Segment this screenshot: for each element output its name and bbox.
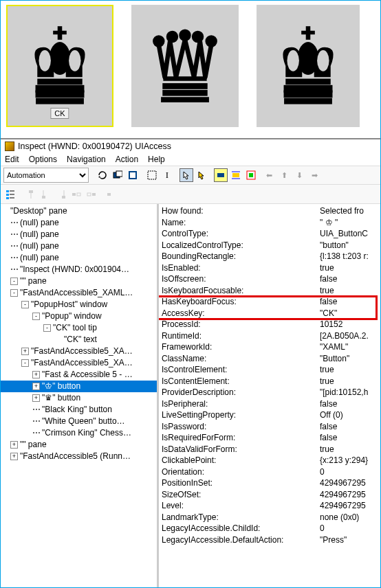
property-value: none (0x0) xyxy=(320,512,378,523)
tree-node[interactable]: "CK" text xyxy=(64,334,97,346)
firstchild-button[interactable] xyxy=(39,188,53,201)
expand-icon[interactable]: + xyxy=(21,348,29,355)
tree-node[interactable]: "Fast & Accessible 5 - … xyxy=(42,369,133,381)
property-row[interactable]: Orientation:0 xyxy=(162,466,378,478)
property-row[interactable]: ClassName:"Button" xyxy=(162,353,378,365)
expand-icon[interactable]: - xyxy=(43,324,51,332)
tree-node[interactable]: "FastAndAccessible5_XAML… xyxy=(20,287,133,299)
expand-icon[interactable]: - xyxy=(32,313,40,320)
property-row[interactable]: IsKeyboardFocusable:true xyxy=(162,285,378,297)
tree-node[interactable]: "Crimson King" Chess… xyxy=(42,427,131,439)
property-row[interactable]: AccessKey:"CK" xyxy=(162,308,378,319)
tree-button[interactable] xyxy=(3,188,17,201)
property-row[interactable]: HasKeyboardFocus:false xyxy=(162,296,378,308)
nav-up-button[interactable]: ⬆ xyxy=(277,168,291,182)
property-row[interactable]: LegacyIAccessible.ChildId:0 xyxy=(162,523,378,534)
expand-icon[interactable]: + xyxy=(32,383,40,390)
property-row[interactable]: IsPeripheral:false xyxy=(162,398,378,410)
queen-tile[interactable] xyxy=(131,5,239,127)
property-row[interactable]: ProviderDescription:"[pid:10152,h xyxy=(162,387,378,398)
tree-node[interactable]: "PopupHost" window xyxy=(31,299,107,310)
tree-node[interactable]: "CK" tool tip xyxy=(53,322,97,334)
highlight-button[interactable] xyxy=(214,168,228,182)
expand-icon[interactable]: - xyxy=(21,301,29,308)
nav-left-button[interactable]: ⬅ xyxy=(262,168,276,182)
property-row[interactable]: IsControlElement:true xyxy=(162,364,378,376)
tree-node[interactable]: "Inspect (HWND: 0x001904… xyxy=(20,264,129,275)
menu-edit[interactable]: Edit xyxy=(5,155,19,164)
property-row[interactable]: IsDataValidForForm:true xyxy=(162,444,378,455)
automation-combo[interactable]: Automation xyxy=(3,168,89,183)
tree-node[interactable]: "Popup" window xyxy=(42,310,102,322)
tree-node[interactable]: "Desktop" pane xyxy=(10,205,67,217)
king-tile[interactable]: CK xyxy=(6,5,113,127)
menu-navigation[interactable]: Navigation xyxy=(67,155,106,164)
property-row[interactable]: ProcessId:10152 xyxy=(162,319,378,330)
capture-button[interactable] xyxy=(244,168,258,182)
king2-tile[interactable] xyxy=(257,5,360,127)
property-row[interactable]: LegacyIAccessible.DefaultAction:"Press" xyxy=(162,534,378,546)
tool-button-2[interactable] xyxy=(111,168,124,182)
tree-node[interactable]: "" pane xyxy=(20,439,47,451)
select-button[interactable] xyxy=(145,168,159,182)
tree-view[interactable]: "Desktop" pane ⋯(null) pane ⋯(null) pane… xyxy=(1,204,159,588)
property-row[interactable]: IsContentElement:true xyxy=(162,376,378,387)
property-row[interactable]: ClickablePoint:{x:213 y:294} xyxy=(162,455,378,466)
tree-node[interactable]: (null) pane xyxy=(20,240,59,252)
tree-node[interactable]: (null) pane xyxy=(20,252,59,264)
expand-icon[interactable]: - xyxy=(21,359,29,367)
expand-icon[interactable]: + xyxy=(10,453,18,460)
nav-right-button[interactable]: ➡ xyxy=(307,168,321,182)
cursor-button[interactable] xyxy=(179,168,193,182)
highlight2-button[interactable] xyxy=(229,168,243,182)
tree-node[interactable]: "FastAndAccessible5 (Runn… xyxy=(20,451,131,462)
expand-icon[interactable]: + xyxy=(32,371,40,378)
text-cursor-button[interactable]: I xyxy=(160,168,174,182)
nav-down-button[interactable]: ⬇ xyxy=(292,168,306,182)
tree-node[interactable]: "White Queen" butto… xyxy=(42,416,125,427)
property-row[interactable]: LiveSettingProperty:Off (0) xyxy=(162,409,378,421)
property-row[interactable]: FrameworkId:"XAML" xyxy=(162,341,378,353)
tree-node[interactable]: "" pane xyxy=(20,275,47,287)
tool-button-3[interactable] xyxy=(126,168,140,182)
property-row[interactable]: RuntimeId:[2A.B050A.2. xyxy=(162,330,378,342)
property-row[interactable]: Name:" ♔ " xyxy=(162,217,378,229)
lastchild-button[interactable] xyxy=(54,188,68,201)
tree-node[interactable]: (null) pane xyxy=(20,217,59,229)
tree-node[interactable]: "FastAndAccessible5_XA… xyxy=(31,357,133,369)
tree-node[interactable]: "Black King" button xyxy=(42,404,112,416)
property-row[interactable]: IsOffscreen:false xyxy=(162,273,378,285)
property-value: true xyxy=(320,444,378,455)
properties-view[interactable]: How found:Selected froName:" ♔ "ControlT… xyxy=(159,204,380,588)
property-row[interactable]: IsEnabled:true xyxy=(162,262,378,274)
tree-node[interactable]: "FastAndAccessible5_XA… xyxy=(31,346,133,357)
property-row[interactable]: LocalizedControlType:"button" xyxy=(162,240,378,251)
tree-node[interactable]: (null) pane xyxy=(20,229,59,240)
expand-icon[interactable]: - xyxy=(10,278,18,285)
property-row[interactable]: IsRequiredForForm:false xyxy=(162,432,378,444)
watch-cursor-button[interactable] xyxy=(195,168,208,182)
property-row[interactable]: PositionInSet:4294967295 xyxy=(162,477,378,489)
refresh-button[interactable] xyxy=(96,168,109,182)
nextsib-button[interactable] xyxy=(85,188,98,201)
property-row[interactable]: How found:Selected fro xyxy=(162,205,378,217)
menu-help[interactable]: Help xyxy=(148,155,165,164)
property-row[interactable]: SizeOfSet:4294967295 xyxy=(162,489,378,501)
menu-options[interactable]: Options xyxy=(29,155,57,164)
parent-button[interactable] xyxy=(24,188,38,201)
tree-node-selected[interactable]: "♔" button xyxy=(42,381,80,392)
property-value: "button" xyxy=(320,240,378,251)
tree-node[interactable]: "♛" button xyxy=(42,392,80,404)
property-row[interactable]: IsPassword:false xyxy=(162,421,378,433)
property-row[interactable]: ControlType:UIA_ButtonC xyxy=(162,228,378,240)
property-row[interactable]: BoundingRectangle:{l:138 t:203 r: xyxy=(162,251,378,262)
prevsib-button[interactable] xyxy=(69,188,83,201)
property-row[interactable]: Level:4294967295 xyxy=(162,500,378,512)
property-key: IsDataValidForForm: xyxy=(162,444,320,455)
menu-action[interactable]: Action xyxy=(116,155,138,164)
expand-icon[interactable]: + xyxy=(32,394,40,402)
property-row[interactable]: LandmarkType:none (0x0) xyxy=(162,512,378,523)
nextsib2-button[interactable] xyxy=(100,188,113,201)
expand-icon[interactable]: + xyxy=(10,441,18,449)
expand-icon[interactable]: - xyxy=(10,289,18,297)
